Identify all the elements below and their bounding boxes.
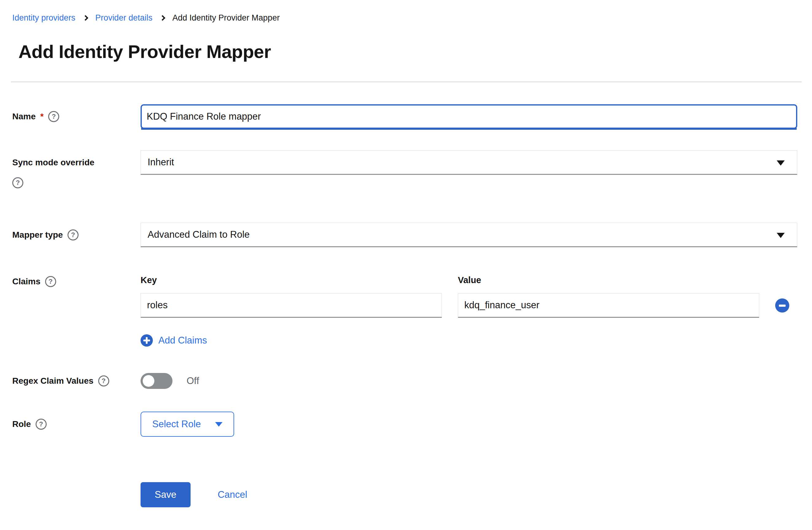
help-icon[interactable]: ? bbox=[48, 111, 59, 122]
role-select-button[interactable]: Select Role bbox=[141, 412, 234, 437]
help-icon[interactable]: ? bbox=[45, 276, 56, 287]
claims-label: Claims bbox=[12, 276, 41, 288]
claims-key-header: Key bbox=[141, 274, 442, 286]
chevron-right-icon bbox=[83, 15, 88, 20]
mapper-form: Name * ? Sync mode override ? Inherit bbox=[12, 104, 797, 507]
claims-value-header: Value bbox=[458, 274, 759, 286]
toggle-knob bbox=[143, 375, 154, 387]
role-label: Role bbox=[12, 418, 31, 430]
plus-circle-icon bbox=[141, 334, 153, 347]
name-label: Name bbox=[12, 111, 35, 123]
regex-claim-values-label: Regex Claim Values bbox=[12, 375, 93, 387]
caret-down-icon bbox=[777, 233, 785, 238]
toggle-state-label: Off bbox=[187, 376, 199, 386]
form-row-role: Role ? Select Role bbox=[12, 412, 797, 437]
sync-mode-label-group: Sync mode override ? bbox=[12, 150, 141, 188]
sync-mode-override-select[interactable]: Inherit bbox=[141, 150, 797, 175]
help-icon[interactable]: ? bbox=[35, 419, 47, 430]
add-claims-label: Add Claims bbox=[158, 335, 207, 346]
form-row-mapper-type: Mapper type ? Advanced Claim to Role bbox=[12, 223, 797, 247]
regex-claim-values-toggle[interactable] bbox=[141, 373, 173, 389]
chevron-right-icon bbox=[160, 15, 165, 20]
remove-claim-button[interactable] bbox=[775, 298, 789, 312]
name-label-group: Name * ? bbox=[12, 111, 141, 123]
breadcrumb-current: Add Identity Provider Mapper bbox=[173, 12, 280, 24]
claims-label-group: Claims ? bbox=[12, 274, 141, 288]
role-select-button-label: Select Role bbox=[152, 419, 201, 430]
help-icon[interactable]: ? bbox=[12, 177, 23, 188]
name-input[interactable] bbox=[141, 104, 797, 129]
title-divider bbox=[11, 82, 801, 82]
form-row-sync-mode-override: Sync mode override ? Inherit bbox=[12, 150, 797, 188]
mapper-type-selected-value: Advanced Claim to Role bbox=[148, 229, 250, 240]
caret-down-icon bbox=[777, 160, 785, 166]
breadcrumb-link-provider-details[interactable]: Provider details bbox=[96, 12, 153, 24]
claim-key-input[interactable] bbox=[141, 293, 442, 318]
mapper-type-select[interactable]: Advanced Claim to Role bbox=[141, 223, 797, 247]
form-row-regex-claim-values: Regex Claim Values ? Off bbox=[12, 373, 797, 389]
claims-grid: Key Value Add Claims bbox=[141, 274, 797, 347]
required-asterisk: * bbox=[40, 111, 44, 123]
breadcrumb-link-identity-providers[interactable]: Identity providers bbox=[12, 12, 75, 24]
breadcrumb: Identity providers Provider details Add … bbox=[0, 0, 812, 24]
caret-down-icon bbox=[215, 422, 222, 427]
cancel-link[interactable]: Cancel bbox=[218, 489, 247, 500]
mapper-type-label-group: Mapper type ? bbox=[12, 229, 141, 241]
page-title: Add Identity Provider Mapper bbox=[18, 41, 812, 63]
form-row-name: Name * ? bbox=[12, 104, 797, 129]
role-label-group: Role ? bbox=[12, 418, 141, 430]
form-actions: Save Cancel bbox=[12, 482, 797, 507]
add-claims-button[interactable]: Add Claims bbox=[141, 334, 207, 347]
help-icon[interactable]: ? bbox=[98, 376, 109, 386]
page-root: Identity providers Provider details Add … bbox=[0, 0, 812, 507]
claim-value-input[interactable] bbox=[458, 293, 759, 318]
sync-mode-override-selected-value: Inherit bbox=[148, 157, 174, 168]
save-button[interactable]: Save bbox=[141, 482, 191, 507]
form-row-claims: Claims ? Key Value Add Claims bbox=[12, 274, 797, 347]
minus-circle-icon bbox=[779, 305, 786, 307]
mapper-type-label: Mapper type bbox=[12, 229, 63, 241]
regex-label-group: Regex Claim Values ? bbox=[12, 375, 141, 387]
focus-underline bbox=[141, 128, 797, 130]
sync-mode-override-label: Sync mode override bbox=[12, 157, 95, 169]
help-icon[interactable]: ? bbox=[68, 230, 78, 240]
